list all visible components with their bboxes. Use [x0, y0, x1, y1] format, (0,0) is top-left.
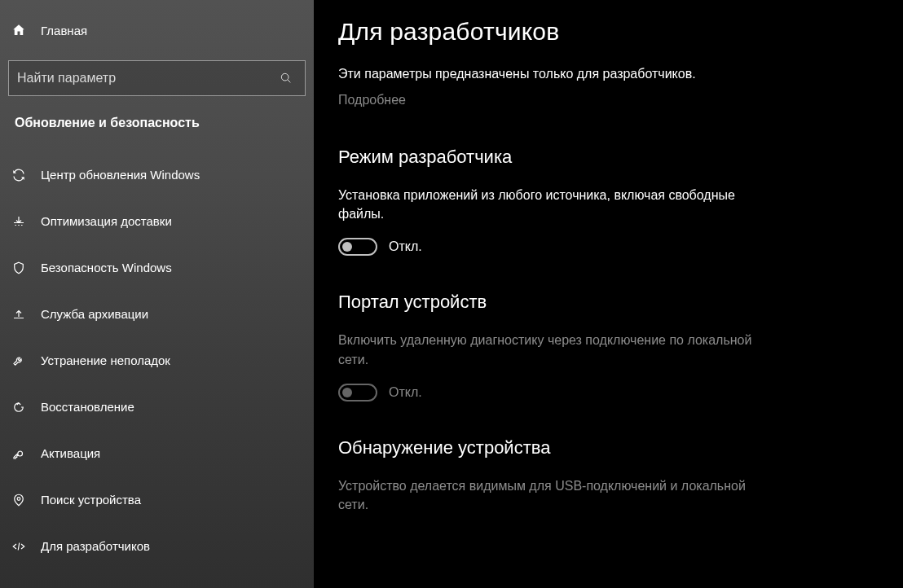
sidebar-item-troubleshoot[interactable]: Устранение неполадок: [0, 337, 314, 384]
section-device-portal: Портал устройств Включить удаленную диаг…: [338, 292, 879, 401]
key-icon: [11, 446, 26, 461]
toggle-label: Откл.: [389, 385, 422, 400]
sidebar-item-label: Устранение неполадок: [41, 353, 170, 367]
delivery-icon: [11, 214, 26, 229]
sidebar-item-label: Оптимизация доставки: [41, 214, 172, 228]
sidebar-item-windows-update[interactable]: Центр обновления Windows: [0, 151, 314, 198]
content: Для разработчиков Эти параметры предназн…: [314, 0, 903, 588]
sidebar-item-label: Служба архивации: [41, 307, 148, 321]
section-title: Режим разработчика: [338, 147, 879, 168]
sidebar-item-developers[interactable]: Для разработчиков: [0, 523, 314, 569]
device-portal-toggle[interactable]: [338, 384, 377, 402]
toggle-label: Откл.: [389, 239, 422, 254]
wrench-icon: [11, 353, 26, 368]
search-icon: [279, 71, 293, 86]
search-input[interactable]: [17, 71, 279, 86]
shield-icon: [11, 261, 26, 275]
svg-point-0: [281, 73, 289, 81]
home-button[interactable]: Главная: [0, 23, 314, 60]
toggle-row: Откл.: [338, 384, 879, 402]
sidebar-item-windows-security[interactable]: Безопасность Windows: [0, 244, 314, 291]
sidebar-item-backup[interactable]: Служба архивации: [0, 291, 314, 337]
section-device-discovery: Обнаружение устройства Устройство делает…: [338, 437, 879, 514]
location-icon: [11, 493, 26, 507]
section-developer-mode: Режим разработчика Установка приложений …: [338, 147, 879, 256]
section-desc: Включить удаленную диагностику через под…: [338, 331, 762, 368]
section-desc: Установка приложений из любого источника…: [338, 186, 762, 223]
sidebar-item-label: Активация: [41, 446, 100, 460]
sidebar-item-find-device[interactable]: Поиск устройства: [0, 476, 314, 523]
category-label: Обновление и безопасность: [0, 116, 314, 151]
sidebar-item-recovery[interactable]: Восстановление: [0, 384, 314, 430]
sidebar: Главная Обновление и безопасность Центр …: [0, 0, 314, 588]
home-label: Главная: [41, 24, 87, 37]
page-lead: Эти параметры предназначены только для р…: [338, 67, 879, 81]
sidebar-item-label: Для разработчиков: [41, 539, 150, 553]
svg-point-2: [17, 497, 20, 500]
code-icon: [11, 539, 26, 554]
sidebar-item-label: Безопасность Windows: [41, 261, 172, 274]
sidebar-item-delivery-optimization[interactable]: Оптимизация доставки: [0, 198, 314, 244]
nav-list: Центр обновления Windows Оптимизация дос…: [0, 151, 314, 569]
section-desc: Устройство делается видимым для USB-подк…: [338, 476, 762, 514]
home-icon: [11, 23, 26, 37]
page-title: Для разработчиков: [338, 18, 879, 46]
sidebar-item-activation[interactable]: Активация: [0, 430, 314, 476]
section-title: Обнаружение устройства: [338, 437, 879, 459]
backup-icon: [11, 307, 26, 322]
learn-more-link[interactable]: Подробнее: [338, 93, 879, 108]
sidebar-item-label: Поиск устройства: [41, 493, 141, 507]
section-title: Портал устройств: [338, 292, 879, 313]
recovery-icon: [11, 400, 26, 415]
svg-line-1: [288, 80, 290, 82]
sidebar-item-label: Центр обновления Windows: [41, 168, 200, 182]
developer-mode-toggle[interactable]: [338, 238, 377, 256]
search-input-wrap[interactable]: [8, 60, 306, 96]
toggle-row: Откл.: [338, 238, 879, 256]
sync-icon: [11, 168, 26, 182]
sidebar-item-label: Восстановление: [41, 400, 134, 414]
